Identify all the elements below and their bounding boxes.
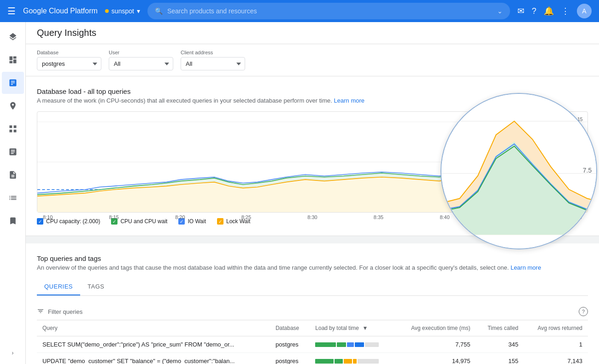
x-label-810: 8:10	[43, 214, 53, 220]
col-load[interactable]: Load by total time ▼	[310, 320, 395, 336]
nav-actions: ✉ ? 🔔 ⋮ A	[517, 4, 592, 18]
client-address-label: Client address	[181, 50, 245, 55]
queries-section: Top queries and tags An overview of the …	[26, 243, 599, 364]
load-segment-green2-1	[337, 342, 346, 347]
table-header-row: Query Database Load by total time ▼ Avg …	[37, 320, 588, 336]
cell-times-called-2: 155	[476, 353, 524, 364]
avatar[interactable]: A	[577, 4, 592, 18]
search-bar[interactable]: 🔍 ⌄	[147, 3, 510, 19]
mail-icon[interactable]: ✉	[517, 6, 524, 16]
svg-text:0: 0	[580, 196, 583, 202]
queries-title: Top queries and tags	[37, 254, 588, 262]
hamburger-menu-icon[interactable]: ☰	[7, 6, 16, 17]
help-icon[interactable]: ?	[532, 6, 536, 16]
sidebar-item-reports[interactable]	[2, 141, 24, 163]
database-filter-group: Database postgres	[37, 50, 101, 70]
table-filter-bar: Filter queries ?	[37, 303, 588, 320]
project-dot-icon	[105, 9, 109, 13]
x-label-840: 8:40	[440, 214, 449, 220]
tab-queries[interactable]: QUERIES	[37, 278, 80, 295]
filters-bar: Database postgres User All Client addres…	[26, 44, 599, 76]
client-address-filter-group: Client address All	[181, 50, 245, 70]
queries-tabs: QUERIES TAGS	[37, 278, 588, 296]
col-avg-rows: Avg rows returned	[524, 320, 588, 336]
queries-learn-more-link[interactable]: Learn more	[511, 264, 541, 271]
sidebar-item-list[interactable]	[2, 187, 24, 209]
cell-load-2	[310, 353, 395, 364]
x-label-835: 8:35	[374, 214, 383, 220]
app-logo: Google Cloud Platform	[23, 7, 98, 15]
sidebar-item-layers[interactable]	[2, 26, 24, 48]
svg-text:15: 15	[577, 116, 583, 121]
sidebar-item-routing[interactable]	[2, 95, 24, 117]
sidebar-bottom: ›	[2, 346, 24, 360]
page-title: Query Insights	[37, 28, 588, 38]
main-content: Query Insights Database postgres User Al…	[26, 22, 599, 364]
load-bar-2	[315, 359, 390, 364]
cell-avg-exec-2: 14,975	[395, 353, 476, 364]
queries-table-body: SELECT SUM("demo_order":"price") AS "pri…	[37, 336, 588, 364]
x-label-815: 8:15	[109, 214, 119, 220]
svg-text:7.5: 7.5	[576, 156, 582, 162]
cell-avg-rows-1: 1	[524, 336, 588, 353]
table-row[interactable]: UPDATE "demo_customer" SET "balance" = (…	[37, 353, 588, 364]
load-segment-green-1	[315, 342, 336, 347]
database-select[interactable]: postgres	[37, 57, 101, 70]
chart-container: 15 7.5 0 8:10 8:15 8:20 8:25 8:30 8:35 8…	[37, 111, 588, 213]
notifications-icon[interactable]: 🔔	[544, 6, 554, 16]
chart-wrapper: 15 7.5 0 8:10 8:15 8:20 8:25 8:30 8:35 8…	[37, 111, 588, 213]
top-navigation: ☰ Google Cloud Platform sunspot ▾ 🔍 ⌄ ✉ …	[0, 0, 599, 22]
cell-avg-rows-2: 7,143	[524, 353, 588, 364]
load-segment-blue-1	[347, 342, 354, 347]
load-bar-1	[315, 342, 390, 347]
sidebar-item-dashboard[interactable]	[2, 49, 24, 71]
x-label-825: 8:25	[241, 214, 251, 220]
search-input[interactable]	[167, 7, 493, 15]
project-name: sunspot	[112, 7, 134, 15]
load-segment-green2-2	[335, 359, 343, 364]
database-label: Database	[37, 50, 101, 55]
cell-db-1: postgres	[270, 336, 310, 353]
x-label-845: 8:45	[506, 214, 516, 220]
cell-avg-exec-1: 7,755	[395, 336, 476, 353]
svg-text:9:05: 9:05	[572, 236, 584, 243]
sidebar-expand-button[interactable]: ›	[2, 346, 24, 360]
chart-svg: 15 7.5 0	[37, 112, 587, 212]
chart-section: Database load - all top queries A measur…	[26, 76, 599, 236]
chart-title: Database load - all top queries	[37, 87, 588, 95]
sort-arrow-icon: ▼	[362, 325, 368, 331]
queries-table: Query Database Load by total time ▼ Avg …	[37, 320, 588, 364]
load-segment-orange2-2	[353, 359, 357, 364]
chart-learn-more-link[interactable]: Learn more	[334, 97, 364, 104]
cell-db-2: postgres	[270, 353, 310, 364]
sidebar-item-docs[interactable]	[2, 164, 24, 186]
cell-times-called-1: 345	[476, 336, 524, 353]
load-segment-gray-2	[358, 359, 379, 364]
load-segment-darkblue-1	[355, 342, 364, 347]
more-options-icon[interactable]: ⋮	[561, 6, 570, 16]
help-icon-button[interactable]: ?	[579, 307, 588, 316]
x-label-850: 8:50	[572, 214, 582, 220]
tab-tags[interactable]: TAGS	[80, 278, 112, 295]
user-select[interactable]: All	[109, 57, 173, 70]
user-label: User	[109, 50, 173, 55]
sidebar-item-bookmarks[interactable]	[2, 210, 24, 232]
search-icon: 🔍	[155, 7, 163, 15]
queries-description: An overview of the queries and tags that…	[37, 264, 588, 271]
load-segment-green-2	[315, 359, 334, 364]
sidebar-item-grid[interactable]	[2, 118, 24, 140]
col-query: Query	[37, 320, 270, 336]
client-address-select[interactable]: All	[181, 57, 245, 70]
load-segment-gray-1	[365, 342, 379, 347]
chart-description: A measure of the work (in CPU-seconds) t…	[37, 97, 588, 104]
sidebar-item-analytics[interactable]	[2, 72, 24, 94]
load-segment-orange-2	[344, 359, 352, 364]
table-row[interactable]: SELECT SUM("demo_order":"price") AS "pri…	[37, 336, 588, 353]
sidebar: ›	[0, 22, 26, 364]
cell-load-1	[310, 336, 395, 353]
project-selector[interactable]: sunspot ▾	[105, 7, 140, 15]
cell-query-2: UPDATE "demo_customer" SET "balance" = (…	[37, 353, 270, 364]
filter-icon	[37, 307, 44, 316]
x-label-830: 8:30	[307, 214, 317, 220]
filter-queries-area[interactable]: Filter queries	[37, 307, 82, 316]
